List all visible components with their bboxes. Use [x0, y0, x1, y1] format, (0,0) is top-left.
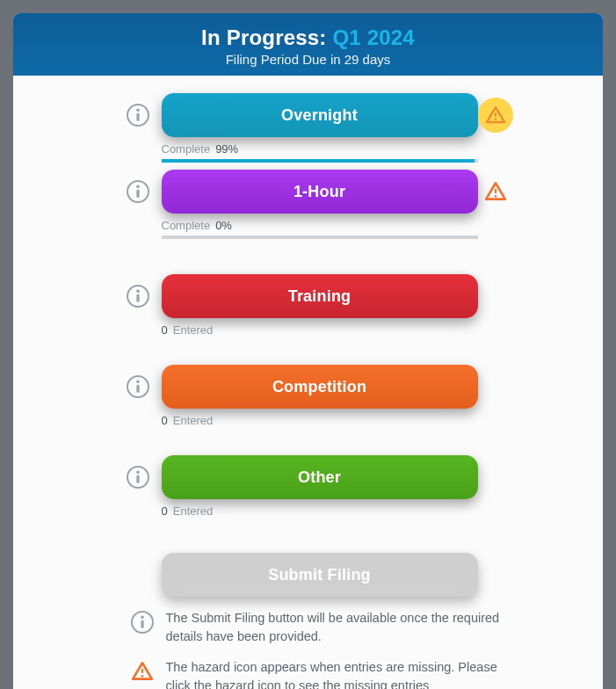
entered-label: Entered [173, 504, 214, 518]
one-hour-button[interactable]: 1-Hour [162, 170, 478, 214]
svg-rect-1 [136, 113, 139, 121]
svg-rect-11 [136, 385, 139, 393]
svg-rect-5 [136, 190, 139, 198]
overnight-progress-row [13, 156, 603, 170]
svg-point-7 [494, 195, 496, 198]
svg-rect-9 [136, 294, 139, 302]
note-hazard: The hazard icon appears when entries are… [13, 658, 603, 689]
svg-point-3 [494, 119, 496, 120]
other-meta-row: 0 Entered [13, 499, 603, 518]
title-period: Q1 2024 [332, 25, 414, 49]
row-training: Training [13, 274, 603, 318]
one-hour-complete: Complete 0% [162, 219, 478, 232]
hazard-note-text: The hazard icon appears when entries are… [166, 658, 518, 689]
page-title: In Progress: Q1 2024 [13, 25, 603, 50]
row-one-hour: 1-Hour [13, 170, 603, 214]
note-submit: The Submit Filing button will be availab… [13, 609, 603, 646]
other-entered: 0 Entered [162, 504, 478, 518]
card-header: In Progress: Q1 2024 Filing Period Due i… [13, 13, 603, 76]
svg-rect-15 [141, 620, 143, 628]
entered-count: 0 [162, 414, 168, 427]
row-other: Other [13, 455, 603, 499]
filing-rows: Overnight Complete 99% [13, 76, 603, 689]
info-icon[interactable] [127, 375, 149, 398]
filing-card: In Progress: Q1 2024 Filing Period Due i… [13, 13, 603, 689]
competition-meta-row: 0 Entered [13, 409, 603, 427]
svg-rect-2 [495, 112, 496, 117]
progress-bar [162, 159, 475, 163]
hazard-icon[interactable] [483, 179, 508, 204]
page-subtitle: Filing Period Due in 29 days [13, 52, 603, 67]
complete-label: Complete [162, 142, 211, 156]
competition-button[interactable]: Competition [162, 365, 478, 409]
info-icon[interactable] [127, 285, 149, 308]
other-button[interactable]: Other [162, 455, 478, 499]
complete-value: 0% [215, 219, 232, 232]
overnight-complete: Complete 99% [162, 142, 478, 156]
info-icon[interactable] [131, 611, 154, 634]
training-button[interactable]: Training [162, 274, 478, 318]
svg-point-8 [136, 289, 140, 293]
hazard-icon [129, 660, 154, 685]
title-prefix: In Progress: [201, 25, 332, 49]
row-overnight: Overnight [13, 93, 603, 137]
info-icon[interactable] [127, 180, 149, 203]
training-meta-row: 0 Entered [13, 318, 603, 337]
training-entered: 0 Entered [162, 323, 478, 337]
submit-note-text: The Submit Filing button will be availab… [166, 609, 518, 646]
svg-point-12 [136, 470, 140, 474]
one-hour-progress-row [13, 232, 603, 246]
entered-label: Entered [173, 414, 214, 427]
submit-filing-button: Submit Filing [162, 553, 478, 597]
svg-rect-13 [136, 475, 139, 483]
footer: Submit Filing The Submit Filing button w… [13, 553, 603, 689]
competition-entered: 0 Entered [162, 414, 478, 427]
complete-label: Complete [162, 219, 211, 232]
one-hour-meta-row: Complete 0% [13, 214, 603, 232]
svg-point-0 [136, 108, 140, 112]
svg-point-14 [141, 615, 144, 619]
svg-rect-6 [494, 189, 496, 193]
hazard-icon[interactable] [478, 98, 513, 133]
entered-label: Entered [173, 323, 214, 337]
info-icon[interactable] [127, 104, 149, 127]
svg-point-10 [136, 380, 140, 383]
complete-value: 99% [215, 142, 238, 156]
entered-count: 0 [162, 323, 168, 337]
entered-count: 0 [162, 504, 168, 518]
row-competition: Competition [13, 365, 603, 409]
overnight-progress [162, 159, 478, 163]
svg-point-17 [141, 675, 143, 678]
info-icon[interactable] [127, 466, 149, 489]
overnight-meta-row: Complete 99% [13, 137, 603, 156]
one-hour-progress [162, 236, 478, 239]
row-submit: Submit Filing [13, 553, 603, 597]
overnight-button[interactable]: Overnight [162, 93, 478, 137]
svg-point-4 [136, 185, 140, 188]
svg-rect-16 [141, 669, 142, 673]
